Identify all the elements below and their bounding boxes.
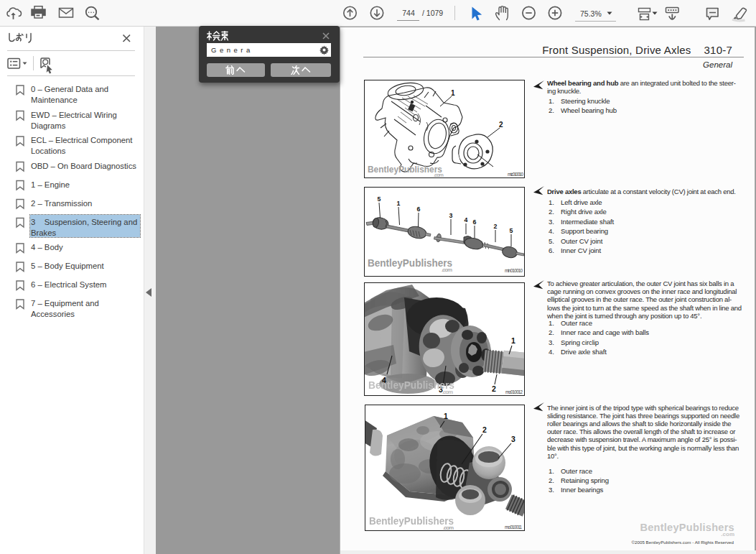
svg-text:3: 3	[449, 212, 453, 219]
svg-text:3: 3	[511, 435, 515, 443]
svg-text:2: 2	[492, 384, 496, 393]
svg-text:2: 2	[499, 121, 503, 129]
svg-text:.com: .com	[442, 267, 452, 273]
svg-text:5: 5	[510, 227, 513, 234]
svg-text:mic010010: mic010010	[508, 172, 523, 177]
svg-text:1: 1	[511, 336, 515, 345]
svg-text:BentleyPublishers: BentleyPublishers	[368, 164, 442, 175]
svg-text:4: 4	[465, 216, 468, 223]
svg-text:mo010011: mo010011	[505, 525, 522, 530]
svg-text:1: 1	[451, 89, 455, 97]
svg-text:.com: .com	[442, 389, 453, 395]
svg-text:.com: .com	[443, 525, 454, 530]
svg-text:mo010012: mo010012	[505, 389, 523, 394]
svg-text:BentleyPublishers: BentleyPublishers	[368, 379, 454, 391]
svg-text:2: 2	[482, 425, 487, 434]
svg-text:min010010: min010010	[505, 268, 523, 273]
svg-text:.com: .com	[434, 172, 444, 177]
svg-text:1: 1	[444, 412, 448, 420]
svg-text:BentleyPublishers: BentleyPublishers	[368, 257, 452, 269]
svg-text:6: 6	[417, 206, 421, 213]
svg-text:5: 5	[378, 195, 381, 203]
svg-text:1: 1	[397, 200, 401, 207]
svg-text:6: 6	[473, 218, 477, 226]
svg-text:BentleyPublishers: BentleyPublishers	[369, 514, 454, 527]
svg-text:2: 2	[494, 223, 498, 230]
